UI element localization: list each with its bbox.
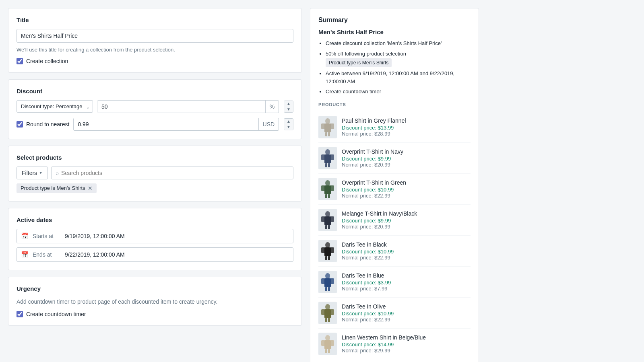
product-info: Overprint T-Shirt in Navy Discount price… (342, 148, 471, 168)
round-input[interactable] (74, 118, 258, 130)
product-discount-price: Discount price: $10.99 (342, 249, 471, 255)
svg-rect-45 (330, 340, 334, 346)
svg-rect-8 (321, 154, 325, 160)
svg-rect-5 (328, 132, 330, 136)
create-collection-checkbox[interactable] (17, 58, 23, 64)
svg-rect-44 (321, 340, 325, 346)
product-item: Paul Shirt in Grey Flannel Discount pric… (318, 112, 471, 143)
discount-card: Discount Discount type: Percentage Disco… (8, 79, 302, 139)
svg-rect-17 (328, 194, 330, 198)
summary-card: Summary Men's Shirts Half Price Create d… (310, 8, 479, 362)
product-discount-price: Discount price: $3.99 (342, 280, 471, 286)
product-info: Daris Tee in Black Discount price: $10.9… (342, 241, 471, 261)
round-row: Round to nearest USD ▲ ▼ (17, 118, 293, 131)
svg-rect-14 (321, 185, 325, 191)
svg-rect-27 (330, 247, 334, 253)
ends-calendar-icon: 📅 (21, 251, 29, 258)
discount-value-wrapper: % (97, 100, 279, 113)
starts-label: Starts at (33, 233, 61, 239)
summary-bullet-2: Active between 9/19/2019, 12:00:00 AM an… (326, 70, 471, 85)
round-value-increment[interactable]: ▲ (284, 119, 293, 124)
product-item: Melange T-Shirt in Navy/Black Discount p… (318, 205, 471, 236)
search-input[interactable] (61, 170, 289, 176)
svg-rect-15 (330, 185, 334, 191)
product-thumbnail (318, 271, 337, 293)
search-icon: ⌕ (56, 170, 59, 176)
remove-filter-icon[interactable]: ✕ (88, 185, 93, 191)
product-item: Daris Tee in Black Discount price: $10.9… (318, 236, 471, 267)
discount-value-increment[interactable]: ▲ (284, 101, 293, 107)
create-timer-row: Create countdown timer (17, 311, 293, 317)
starts-at-row[interactable]: 📅 Starts at 9/19/2019, 12:00:00 AM (17, 229, 293, 243)
summary-product-type-tag: Product type is Men's Shirts (326, 58, 392, 67)
svg-rect-26 (321, 247, 325, 253)
product-normal-price: Normal price: $20.99 (342, 224, 471, 230)
svg-rect-19 (324, 216, 331, 225)
discount-value-decrement[interactable]: ▼ (284, 107, 293, 112)
svg-point-18 (325, 211, 330, 217)
product-thumbnail (318, 302, 337, 324)
sidebar: Summary Men's Shirts Half Price Create d… (310, 8, 479, 362)
product-thumbnail (318, 333, 337, 355)
urgency-description: Add countdown timer to product page of e… (17, 298, 293, 306)
search-input-wrapper: ⌕ (51, 167, 293, 179)
discount-type-select[interactable]: Discount type: Percentage Discount type:… (17, 100, 93, 113)
product-name: Melange T-Shirt in Navy/Black (342, 210, 471, 217)
create-collection-row: Create collection (17, 58, 293, 64)
svg-rect-20 (321, 216, 325, 222)
product-info: Paul Shirt in Grey Flannel Discount pric… (342, 117, 471, 137)
round-value-decrement[interactable]: ▼ (284, 124, 293, 130)
main-column: Title We'll use this title for creating … (8, 8, 302, 362)
filters-label: Filters (22, 170, 37, 176)
title-card: Title We'll use this title for creating … (8, 8, 302, 73)
title-input[interactable] (17, 29, 293, 43)
discount-section-heading: Discount (17, 88, 293, 95)
svg-rect-25 (324, 247, 331, 256)
product-discount-price: Discount price: $9.99 (342, 156, 471, 162)
svg-rect-11 (328, 163, 330, 167)
filters-arrow-icon: ▼ (39, 171, 43, 175)
product-name: Overprint T-Shirt in Navy (342, 148, 471, 155)
product-normal-price: Normal price: $22.99 (342, 317, 471, 323)
product-item: Daris Tee in Blue Discount price: $3.99 … (318, 267, 471, 298)
product-discount-price: Discount price: $9.99 (342, 218, 471, 224)
product-thumbnail (318, 116, 337, 138)
round-value-stepper: ▲ ▼ (284, 118, 293, 130)
svg-rect-40 (325, 318, 327, 322)
create-timer-label: Create countdown timer (26, 311, 86, 317)
create-timer-checkbox[interactable] (17, 311, 23, 317)
svg-rect-43 (324, 340, 331, 349)
product-name: Daris Tee in Blue (342, 272, 471, 279)
summary-bullet-1: 50% off following product selection Prod… (326, 50, 471, 68)
product-normal-price: Normal price: $28.99 (342, 131, 471, 137)
starts-calendar-icon: 📅 (21, 232, 29, 240)
discount-type-row: Discount type: Percentage Discount type:… (17, 100, 293, 113)
svg-rect-46 (325, 349, 327, 353)
round-input-wrapper: USD (73, 118, 279, 131)
product-name: Daris Tee in Black (342, 241, 471, 248)
active-dates-heading: Active dates (17, 216, 293, 223)
round-checkbox[interactable] (17, 121, 23, 128)
svg-rect-38 (321, 309, 325, 315)
ends-at-row[interactable]: 📅 Ends at 9/22/2019, 12:00:00 AM (17, 247, 293, 262)
discount-value-input[interactable] (97, 101, 265, 113)
svg-rect-28 (325, 256, 327, 260)
product-info: Daris Tee in Olive Discount price: $10.9… (342, 303, 471, 323)
active-filter-tag: Product type is Men's Shirts ✕ (17, 183, 97, 193)
product-thumbnail (318, 240, 337, 262)
product-discount-price: Discount price: $10.99 (342, 187, 471, 193)
summary-bullet-0: Create discount collection 'Men's Shirts… (326, 39, 471, 47)
svg-rect-33 (330, 278, 334, 284)
svg-rect-2 (321, 123, 325, 129)
round-label: Round to nearest (26, 121, 69, 128)
filters-search-row: Filters ▼ ⌕ (17, 167, 293, 179)
product-thumbnail (318, 209, 337, 231)
svg-rect-7 (324, 154, 331, 163)
svg-point-24 (325, 242, 330, 248)
summary-list: Create discount collection 'Men's Shirts… (318, 39, 471, 96)
svg-point-0 (325, 118, 330, 124)
summary-campaign-name: Men's Shirts Half Price (318, 29, 471, 35)
filters-button[interactable]: Filters ▼ (17, 167, 48, 179)
ends-label: Ends at (33, 251, 61, 258)
svg-rect-47 (328, 349, 330, 353)
